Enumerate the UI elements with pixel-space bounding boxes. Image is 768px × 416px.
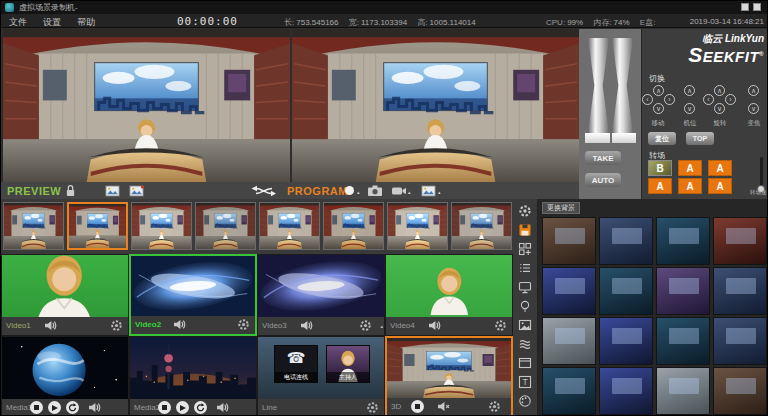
move-up-button[interactable]: ∧ bbox=[653, 85, 664, 96]
scene-thumbnail[interactable] bbox=[656, 217, 710, 265]
scene-thumbnail[interactable] bbox=[656, 317, 710, 365]
media2-loop-button[interactable] bbox=[194, 401, 207, 414]
snapshot-preview2-icon[interactable] bbox=[129, 185, 144, 197]
transition-b-button[interactable]: B bbox=[648, 160, 672, 176]
source-line[interactable]: ☎ 电话连线 主持人 Line bbox=[257, 336, 385, 416]
media1-loop-button[interactable] bbox=[66, 401, 79, 414]
scene-thumbnail[interactable] bbox=[542, 267, 596, 315]
video3-settings-dropdown-icon[interactable]: ▴ bbox=[380, 323, 383, 329]
height-down-button[interactable]: ∨ bbox=[684, 103, 695, 114]
scene-thumbnail[interactable] bbox=[542, 367, 596, 415]
phone-call-button[interactable]: ☎ 电话连线 bbox=[274, 345, 318, 383]
preview-monitor[interactable] bbox=[3, 29, 290, 182]
take-button[interactable]: TAKE bbox=[585, 151, 621, 165]
menu-settings[interactable]: 设置 bbox=[43, 16, 61, 29]
effects-layers-icon[interactable] bbox=[518, 337, 532, 351]
video2-settings-icon[interactable] bbox=[237, 318, 250, 331]
source-video2[interactable]: Video2 bbox=[129, 254, 257, 336]
3d-stop-button[interactable] bbox=[411, 400, 424, 413]
transition-a1-button[interactable]: A bbox=[678, 160, 702, 176]
3d-audio-muted-icon[interactable] bbox=[437, 401, 450, 412]
image-overlay-icon[interactable] bbox=[518, 318, 532, 332]
transition-a5-button[interactable]: A bbox=[708, 178, 732, 194]
video1-settings-icon[interactable] bbox=[110, 319, 123, 332]
source-media1[interactable]: Media1 bbox=[1, 336, 129, 416]
top-view-button[interactable]: TOP bbox=[686, 132, 714, 145]
media2-play-button[interactable] bbox=[176, 401, 189, 414]
rotate-left-button[interactable]: ‹ bbox=[703, 94, 714, 105]
window-frame-icon[interactable] bbox=[518, 356, 532, 370]
video1-audio-icon[interactable] bbox=[44, 320, 57, 331]
scene-angle-thumbnail[interactable] bbox=[259, 202, 320, 250]
subtitle-text-icon[interactable]: T bbox=[518, 375, 532, 389]
media1-audio-icon[interactable] bbox=[88, 402, 101, 413]
rotate-right-button[interactable]: › bbox=[725, 94, 736, 105]
snapshot-preview-icon[interactable] bbox=[105, 185, 120, 197]
light-icon[interactable] bbox=[518, 299, 532, 313]
menu-file[interactable]: 文件 bbox=[9, 16, 27, 29]
scene-thumbnail[interactable] bbox=[713, 367, 767, 415]
video2-audio-icon[interactable] bbox=[173, 319, 186, 330]
transition-a4-button[interactable]: A bbox=[678, 178, 702, 194]
media1-play-button[interactable] bbox=[48, 401, 61, 414]
media1-stop-button[interactable] bbox=[30, 401, 43, 414]
reset-button[interactable]: 复位 bbox=[648, 132, 676, 145]
lock-icon[interactable] bbox=[65, 184, 76, 197]
camera-snapshot-icon[interactable] bbox=[367, 184, 383, 197]
video3-settings-icon[interactable] bbox=[359, 319, 372, 332]
scene-angle-thumbnail[interactable] bbox=[3, 202, 64, 250]
source-video4[interactable]: Video4 bbox=[385, 254, 513, 336]
auto-button[interactable]: AUTO bbox=[585, 173, 621, 187]
still-output-icon[interactable] bbox=[421, 185, 436, 197]
video4-audio-icon[interactable] bbox=[428, 320, 441, 331]
scene-thumbnail[interactable] bbox=[713, 317, 767, 365]
scene-thumbnail[interactable] bbox=[656, 267, 710, 315]
source-video3[interactable]: Video3 ▴ bbox=[257, 254, 385, 336]
zoom-out-button[interactable]: ∨ bbox=[748, 103, 759, 114]
transition-a3-button[interactable]: A bbox=[648, 178, 672, 194]
change-background-tab[interactable]: 更换背景 bbox=[542, 202, 580, 214]
move-left-button[interactable]: ‹ bbox=[642, 94, 653, 105]
record-dropdown-icon[interactable]: ▴ bbox=[357, 189, 360, 195]
rotate-up-button[interactable]: ∧ bbox=[714, 85, 725, 96]
save-icon[interactable] bbox=[518, 223, 532, 237]
scene-thumbnail[interactable] bbox=[713, 267, 767, 315]
monitor-icon[interactable] bbox=[518, 280, 532, 294]
height-up-button[interactable]: ∧ bbox=[684, 85, 695, 96]
scene-thumbnail[interactable] bbox=[542, 217, 596, 265]
video3-audio-icon[interactable] bbox=[300, 320, 313, 331]
3d-settings-icon[interactable] bbox=[488, 400, 501, 413]
zoom-in-button[interactable]: ∧ bbox=[748, 85, 759, 96]
videocam-dropdown-icon[interactable]: ▴ bbox=[408, 189, 411, 195]
host-button[interactable]: 主持人 bbox=[326, 345, 370, 383]
source-media2[interactable]: Media2 bbox=[129, 336, 257, 416]
transition-a2-button[interactable]: A bbox=[708, 160, 732, 176]
scene-angle-thumbnail[interactable] bbox=[387, 202, 448, 250]
palette-icon[interactable] bbox=[518, 394, 532, 408]
line-settings-icon[interactable] bbox=[366, 401, 379, 414]
scene-thumbnail[interactable] bbox=[599, 267, 653, 315]
source-video1[interactable]: Video1 bbox=[1, 254, 129, 336]
menu-help[interactable]: 帮助 bbox=[77, 16, 95, 29]
scene-thumbnail[interactable] bbox=[599, 317, 653, 365]
still-dropdown-icon[interactable]: ▴ bbox=[438, 189, 441, 195]
scene-thumbnail[interactable] bbox=[542, 317, 596, 365]
scene-angle-thumbnail[interactable] bbox=[451, 202, 512, 250]
scene-angle-thumbnail[interactable] bbox=[323, 202, 384, 250]
playlist-icon[interactable] bbox=[518, 261, 532, 275]
tbar-lever-left[interactable] bbox=[588, 38, 609, 133]
window-minimize-button[interactable] bbox=[741, 3, 749, 11]
program-monitor[interactable] bbox=[292, 29, 579, 182]
tbar-lever-right[interactable] bbox=[612, 38, 633, 133]
settings-gear-icon[interactable] bbox=[518, 204, 532, 218]
scene-thumbnail[interactable] bbox=[713, 217, 767, 265]
scene-angle-thumbnail[interactable] bbox=[131, 202, 192, 250]
rotate-down-button[interactable]: ∨ bbox=[714, 103, 725, 114]
scene-angle-thumbnail-selected[interactable] bbox=[67, 202, 128, 250]
scene-thumbnail[interactable] bbox=[599, 217, 653, 265]
scene-angle-thumbnail[interactable] bbox=[195, 202, 256, 250]
window-close-button[interactable] bbox=[753, 3, 761, 11]
scene-thumbnail[interactable] bbox=[656, 367, 710, 415]
scene-thumbnail[interactable] bbox=[599, 367, 653, 415]
source-3d[interactable]: 3D bbox=[385, 336, 513, 416]
